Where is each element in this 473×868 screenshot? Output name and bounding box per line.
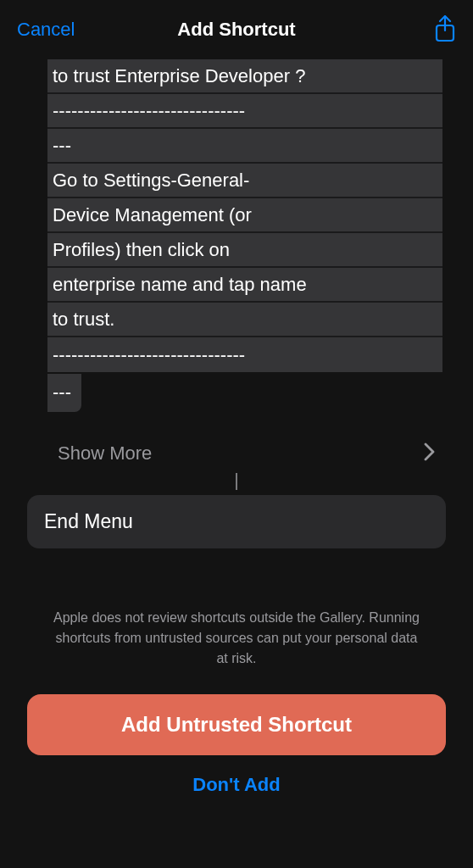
text-line: ------------------------------- [47,94,442,129]
warning-text: Apple does not review shortcuts outside … [27,608,446,669]
cancel-button[interactable]: Cancel [17,15,75,44]
text-fragment: --- [47,374,81,412]
show-more-label: Show More [58,442,152,465]
text-line: to trust Enterprise Developer ? [47,59,442,94]
text-line: to trust. [47,303,442,337]
shortcut-text-block: to trust Enterprise Developer ? --------… [47,59,442,372]
text-line: enterprise name and tap name [47,268,442,303]
page-title: Add Shortcut [177,19,295,41]
add-untrusted-button[interactable]: Add Untrusted Shortcut [27,694,446,755]
text-line: ------------------------------- [47,337,442,372]
flow-connector [236,473,237,490]
dont-add-button[interactable]: Don't Add [0,755,473,796]
modal-header: Cancel Add Shortcut [0,0,473,59]
show-more-button[interactable]: Show More [51,436,442,471]
share-button[interactable] [434,12,456,48]
end-menu-block: End Menu [27,495,446,548]
chevron-right-icon [424,442,436,465]
text-line: Profiles) then click on [47,233,442,268]
share-icon [434,32,456,45]
text-line: --- [47,129,442,164]
text-line: Go to Settings-General- [47,164,442,198]
text-line: Device Management (or [47,198,442,233]
main-content: to trust Enterprise Developer ? --------… [0,59,473,669]
